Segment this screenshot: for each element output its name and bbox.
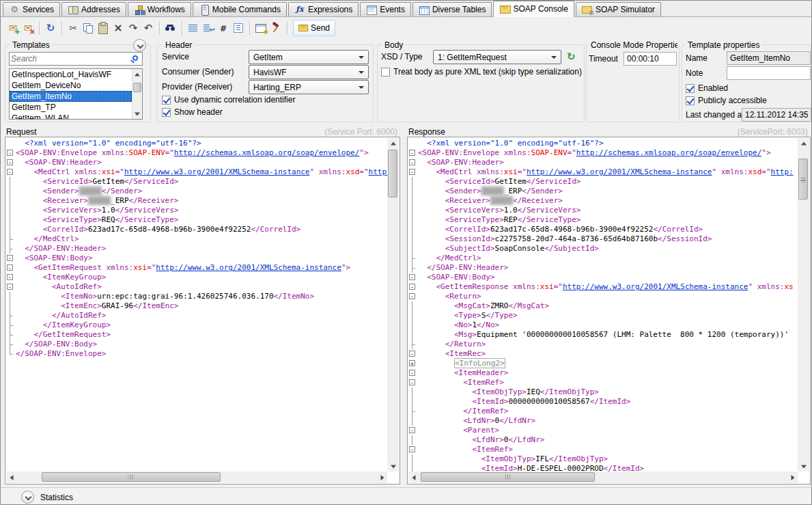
note-field[interactable] bbox=[727, 66, 811, 80]
tab-workflows[interactable]: Workflows bbox=[128, 2, 191, 16]
fold-collapse-box[interactable]: - bbox=[408, 378, 418, 387]
name-field[interactable] bbox=[727, 51, 811, 65]
pure-xml-checkbox[interactable] bbox=[381, 68, 390, 77]
new-message-icon[interactable] bbox=[6, 21, 20, 35]
fold-collapse-box[interactable]: - bbox=[408, 445, 418, 454]
show-header-checkbox[interactable] bbox=[162, 108, 171, 117]
service-combobox[interactable]: GetItem bbox=[249, 50, 369, 64]
scroll-left-button[interactable] bbox=[6, 472, 16, 483]
fold-collapse-box[interactable]: - bbox=[408, 158, 418, 167]
fold-collapse-box[interactable]: - bbox=[6, 167, 16, 177]
provider-combobox[interactable]: Harting_ERP bbox=[249, 80, 369, 94]
tab-expressions[interactable]: Expressions bbox=[288, 2, 359, 16]
fold-collapse-box[interactable]: - bbox=[6, 254, 16, 263]
cut-icon[interactable] bbox=[66, 21, 80, 35]
template-item[interactable]: GetInspectionLot_HavisWF bbox=[10, 69, 132, 80]
scroll-up-button[interactable] bbox=[132, 69, 142, 79]
delete-icon[interactable] bbox=[111, 21, 125, 35]
line-numbers-icon[interactable] bbox=[216, 21, 230, 35]
fold-collapse-box[interactable]: - bbox=[6, 158, 16, 167]
xml-line: <ItemNo>urn:epc:tag:grai-96:1.426025746.… bbox=[6, 292, 387, 301]
delete-message-icon[interactable] bbox=[21, 21, 35, 35]
scroll-right-button[interactable] bbox=[377, 472, 387, 483]
xml-line: -<SOAP-ENV:Envelope xmlns:SOAP-ENV="http… bbox=[6, 148, 387, 158]
scrollbar-thumb[interactable] bbox=[798, 159, 808, 200]
statistics-label: Statistics bbox=[40, 493, 73, 502]
xsd-type-combobox[interactable]: 1: GetItemRequest bbox=[433, 50, 561, 64]
timeout-field[interactable] bbox=[624, 52, 677, 66]
scrollbar-thumb[interactable] bbox=[42, 472, 221, 482]
fold-collapse-box[interactable]: - bbox=[6, 282, 16, 292]
new-window-icon[interactable] bbox=[254, 21, 268, 35]
word-wrap-icon[interactable] bbox=[201, 21, 215, 35]
templates-group-label: Templates bbox=[10, 40, 52, 50]
request-xml-editor[interactable]: <?xml version="1.0" encoding="utf-16"?>-… bbox=[5, 137, 400, 484]
tab-mobile-commands[interactable]: Mobile Commands bbox=[193, 2, 287, 16]
template-search-input[interactable] bbox=[11, 53, 120, 64]
fold-gutter bbox=[408, 387, 418, 397]
fold-collapse-box[interactable]: - bbox=[6, 273, 16, 282]
copy-icon[interactable] bbox=[81, 21, 95, 35]
fold-collapse-box[interactable]: - bbox=[408, 282, 418, 292]
tab-services[interactable]: Services bbox=[3, 2, 60, 16]
history-icon[interactable] bbox=[44, 21, 57, 35]
find-icon[interactable] bbox=[164, 21, 178, 35]
enabled-checkbox[interactable] bbox=[686, 84, 695, 93]
tab-diverse-tables[interactable]: Diverse Tables bbox=[412, 2, 492, 16]
fold-collapse-box[interactable]: - bbox=[6, 263, 16, 273]
fold-collapse-box[interactable]: - bbox=[408, 368, 418, 378]
consumer-combobox[interactable]: HavisWF bbox=[249, 65, 369, 79]
request-vertical-scrollbar[interactable] bbox=[387, 138, 399, 472]
response-xml-editor[interactable]: <?xml version="1.0" encoding="utf-16"?>-… bbox=[407, 137, 811, 484]
redo-icon[interactable] bbox=[126, 21, 140, 35]
addresses-icon bbox=[68, 4, 79, 15]
scroll-right-button[interactable] bbox=[787, 472, 798, 483]
dynamic-correlation-checkbox[interactable] bbox=[162, 96, 171, 105]
template-item[interactable]: GetItem_WLAN bbox=[10, 113, 132, 119]
tab-soap-console[interactable]: SOAP Console bbox=[493, 1, 574, 17]
fold-collapse-box[interactable]: - bbox=[408, 426, 418, 435]
request-horizontal-scrollbar[interactable] bbox=[6, 472, 387, 483]
response-vertical-scrollbar[interactable] bbox=[798, 138, 809, 472]
search-icon[interactable] bbox=[132, 55, 138, 61]
scrollbar-thumb[interactable] bbox=[388, 150, 397, 197]
special-view-icon[interactable] bbox=[232, 21, 245, 35]
response-horizontal-scrollbar[interactable] bbox=[408, 472, 798, 483]
format-lines-icon[interactable] bbox=[186, 21, 200, 35]
tab-soap-simulator[interactable]: SOAP Simulator bbox=[576, 2, 661, 16]
fold-collapse-box[interactable]: - bbox=[6, 148, 16, 158]
tab-events[interactable]: Events bbox=[360, 2, 411, 16]
template-item[interactable]: GetItem_DeviceNo bbox=[10, 80, 132, 91]
fold-collapse-box[interactable]: - bbox=[408, 273, 418, 282]
xml-line: <ServiceType>REP</ServiceType> bbox=[408, 215, 798, 225]
last-changed-label: Last changed at bbox=[686, 110, 744, 120]
tools-icon[interactable] bbox=[269, 21, 283, 35]
tab-label: Diverse Tables bbox=[432, 5, 486, 14]
fold-collapse-box[interactable]: - bbox=[408, 167, 418, 177]
scroll-up-button[interactable] bbox=[387, 138, 399, 148]
templates-collapse-button[interactable] bbox=[133, 39, 146, 52]
scroll-down-button[interactable] bbox=[387, 461, 399, 472]
paste-icon[interactable] bbox=[96, 21, 110, 35]
fold-collapse-box[interactable]: - bbox=[408, 148, 418, 158]
tab-addresses[interactable]: Addresses bbox=[61, 2, 126, 16]
scrollbar-thumb[interactable] bbox=[133, 83, 141, 92]
scroll-down-button[interactable] bbox=[132, 109, 142, 119]
template-list-scrollbar[interactable] bbox=[132, 69, 142, 119]
scrollbar-thumb[interactable] bbox=[421, 472, 595, 482]
last-changed-field[interactable] bbox=[742, 108, 811, 122]
scroll-up-button[interactable] bbox=[798, 138, 809, 148]
fold-gutter bbox=[408, 244, 418, 254]
fold-collapse-box[interactable]: - bbox=[408, 349, 418, 359]
send-button[interactable]: Send bbox=[293, 20, 335, 36]
publicly-accessible-checkbox[interactable] bbox=[686, 96, 695, 105]
scroll-left-button[interactable] bbox=[408, 472, 419, 483]
refresh-icon[interactable]: ↻ bbox=[567, 50, 576, 64]
fold-expand-box[interactable]: + bbox=[408, 359, 418, 368]
template-item[interactable]: GetItem_ItemNo bbox=[10, 91, 132, 102]
template-item[interactable]: GetItem_TP bbox=[10, 102, 132, 113]
statistics-expand-button[interactable] bbox=[21, 491, 34, 504]
fold-collapse-box[interactable]: - bbox=[408, 292, 418, 301]
undo-icon[interactable] bbox=[141, 21, 155, 35]
scroll-down-button[interactable] bbox=[798, 461, 809, 472]
